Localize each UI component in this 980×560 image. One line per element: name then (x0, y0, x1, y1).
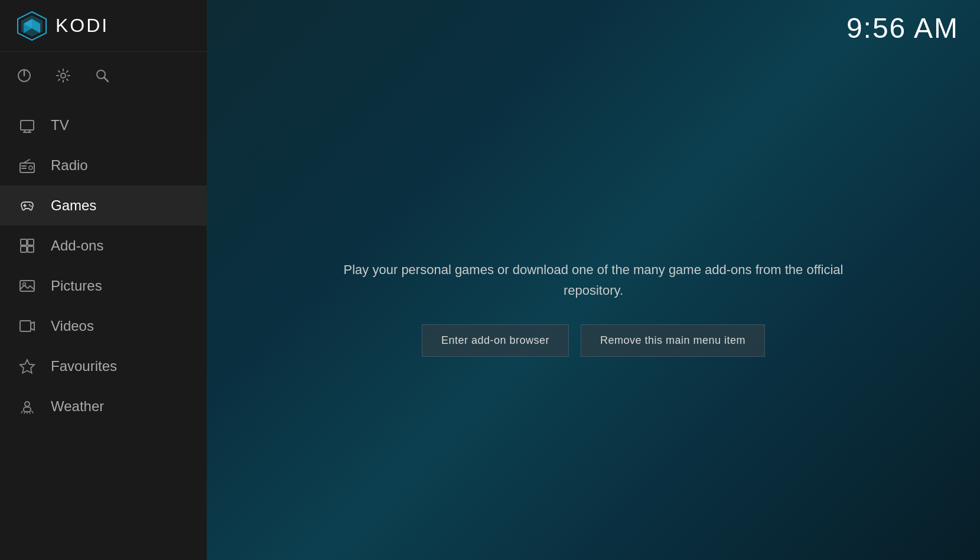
svg-rect-23 (21, 239, 27, 245)
action-buttons: Enter add-on browser Remove this main me… (422, 324, 765, 357)
svg-line-32 (21, 411, 22, 413)
svg-point-31 (25, 402, 30, 406)
svg-point-15 (29, 166, 32, 170)
svg-line-9 (105, 78, 109, 82)
sidebar-item-tv-label: TV (51, 117, 69, 134)
svg-rect-24 (28, 239, 34, 245)
content-area: Play your personal games or download one… (207, 56, 980, 560)
sidebar-item-addons-label: Add-ons (51, 237, 103, 254)
power-icon[interactable] (17, 68, 32, 83)
svg-line-36 (32, 411, 33, 413)
video-icon (17, 315, 38, 337)
description-text: Play your personal games or download one… (328, 259, 859, 301)
svg-rect-29 (20, 321, 31, 331)
sidebar-header: KODI (0, 0, 207, 52)
app-title: KODI (56, 15, 109, 37)
clock-display: 9:56 AM (846, 12, 959, 44)
pictures-icon (17, 275, 38, 297)
radio-icon (17, 155, 38, 176)
addon-icon (17, 235, 38, 256)
nav-menu: TV Radio (0, 99, 207, 560)
sidebar-item-games[interactable]: Games (0, 185, 207, 226)
sidebar-item-pictures-label: Pictures (51, 278, 102, 294)
svg-line-33 (24, 412, 25, 414)
gamepad-icon (17, 195, 38, 216)
svg-rect-10 (21, 121, 34, 130)
tv-icon (17, 115, 38, 136)
svg-point-21 (29, 204, 30, 206)
star-icon (17, 356, 38, 377)
sidebar-item-radio-label: Radio (51, 157, 88, 174)
sidebar-item-favourites[interactable]: Favourites (0, 346, 207, 386)
svg-point-7 (61, 73, 66, 78)
sidebar-item-videos[interactable]: Videos (0, 306, 207, 346)
enter-addon-browser-button[interactable]: Enter add-on browser (422, 324, 569, 357)
top-bar: 9:56 AM (207, 0, 980, 56)
svg-rect-27 (20, 281, 34, 291)
sidebar-item-radio[interactable]: Radio (0, 145, 207, 185)
sidebar-item-favourites-label: Favourites (51, 358, 117, 375)
sidebar-item-tv[interactable]: TV (0, 105, 207, 145)
remove-menu-item-button[interactable]: Remove this main menu item (581, 324, 765, 357)
kodi-logo-icon (17, 11, 47, 41)
svg-line-35 (30, 412, 30, 414)
weather-icon (17, 396, 38, 417)
sidebar-item-pictures[interactable]: Pictures (0, 266, 207, 306)
main-content: 9:56 AM Play your personal games or down… (207, 0, 980, 560)
settings-icon[interactable] (56, 68, 71, 83)
svg-marker-30 (20, 360, 34, 373)
sidebar-item-games-label: Games (51, 197, 96, 214)
search-icon[interactable] (95, 68, 110, 83)
svg-point-22 (30, 206, 31, 207)
sidebar-controls (0, 52, 207, 99)
svg-rect-26 (28, 246, 34, 252)
sidebar-item-weather-label: Weather (51, 398, 104, 415)
sidebar: KODI (0, 0, 207, 560)
sidebar-item-addons[interactable]: Add-ons (0, 226, 207, 266)
sidebar-item-videos-label: Videos (51, 318, 94, 334)
sidebar-item-weather[interactable]: Weather (0, 386, 207, 426)
svg-rect-25 (21, 246, 27, 252)
